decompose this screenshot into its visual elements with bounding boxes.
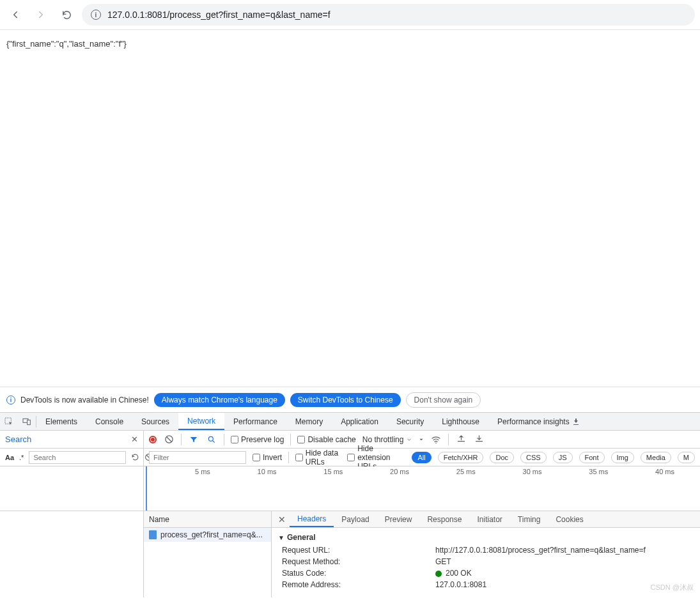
response-body-text: {"first_name":"q","last_name":"f"} [6,39,127,49]
network-body: Name process_get?first_name=q&... ✕ Head… [0,511,700,597]
type-css[interactable]: CSS [520,452,547,463]
type-more[interactable]: M [678,452,695,463]
caret-down-icon[interactable] [419,437,424,442]
svg-rect-2 [27,420,31,424]
match-case-toggle[interactable]: Aa [5,454,14,461]
devtools-tabs: Elements Console Sources Network Perform… [0,413,700,431]
chevron-down-icon [406,436,412,443]
type-all[interactable]: All [412,452,431,463]
always-match-language-button[interactable]: Always match Chrome's language [154,393,285,407]
general-headers-table: Request URL:http://127.0.0.1:8081/proces… [282,544,649,590]
banner-text: DevTools is now available in Chinese! [20,396,149,404]
clear-icon[interactable] [163,434,175,445]
url-text: 127.0.0.1:8081/process_get?first_name=q&… [107,10,331,20]
svg-point-5 [208,436,213,441]
svg-point-7 [436,442,437,443]
type-doc[interactable]: Doc [490,452,514,463]
type-img[interactable]: Img [611,452,634,463]
forward-button[interactable] [31,4,51,25]
status-code-label: Status Code: [282,567,435,579]
dtab-preview[interactable]: Preview [377,511,420,527]
request-details: ✕ Headers Payload Preview Response Initi… [272,511,700,597]
dtab-payload[interactable]: Payload [334,511,377,527]
filter-input[interactable] [149,451,246,464]
network-filter-strip: Aa .* Invert Hide data URLs Hide extensi… [0,449,700,466]
svg-line-4 [166,437,171,442]
inspect-element-icon[interactable] [0,413,18,430]
dtab-initiator[interactable]: Initiator [469,511,509,527]
switch-to-chinese-button[interactable]: Switch DevTools to Chinese [290,393,401,407]
tab-memory[interactable]: Memory [286,413,332,430]
type-media[interactable]: Media [641,452,671,463]
dtab-timing[interactable]: Timing [510,511,548,527]
status-dot-icon [435,571,442,577]
search-input[interactable] [29,451,126,464]
hide-data-urls-checkbox[interactable]: Hide data URLs [295,449,341,466]
dtab-headers[interactable]: Headers [290,511,334,527]
tab-network[interactable]: Network [178,413,224,430]
details-tabs: ✕ Headers Payload Preview Response Initi… [272,511,700,528]
search-drawer-tab[interactable]: Search ✕ [0,431,144,448]
regex-toggle[interactable]: .* [19,454,24,461]
tab-elements[interactable]: Elements [36,413,86,430]
site-info-icon[interactable]: i [91,10,101,20]
tab-lighthouse[interactable]: Lighthouse [433,413,488,430]
info-icon: i [6,396,15,404]
tab-application[interactable]: Application [332,413,387,430]
devtools-language-banner: i DevTools is now available in Chinese! … [0,387,700,413]
tab-performance-insights[interactable]: Performance insights [488,413,589,430]
network-timeline[interactable]: 5 ms 10 ms 15 ms 20 ms 25 ms 30 ms 35 ms… [0,466,700,511]
throttling-select[interactable]: No throttling [362,435,413,444]
reload-button[interactable] [56,4,77,25]
dtab-response[interactable]: Response [419,511,469,527]
watermark: CSDN @沐叔 [651,583,694,592]
tab-console[interactable]: Console [86,413,132,430]
type-font[interactable]: Font [579,452,605,463]
document-icon [149,530,157,539]
status-code-value: 200 OK [435,567,649,579]
record-icon[interactable] [149,436,157,443]
export-har-icon[interactable] [455,434,467,445]
triangle-down-icon: ▼ [278,534,284,541]
svg-line-6 [213,440,215,442]
request-url-label: Request URL: [282,544,435,556]
type-js[interactable]: JS [553,452,573,463]
dtab-cookies[interactable]: Cookies [548,511,591,527]
filter-icon[interactable] [188,434,199,445]
invert-checkbox[interactable]: Invert [253,453,282,462]
remote-address-label: Remote Address: [282,579,435,590]
address-bar[interactable]: i 127.0.0.1:8081/process_get?first_name=… [82,4,695,26]
device-toolbar-icon[interactable] [18,413,36,430]
page-content: {"first_name":"q","last_name":"f"} [0,29,700,387]
request-url-value: http://127.0.0.1:8081/process_get?first_… [435,544,649,556]
tab-sources[interactable]: Sources [132,413,178,430]
search-icon[interactable] [206,434,217,445]
back-button[interactable] [5,4,26,25]
tab-performance[interactable]: Performance [224,413,286,430]
disable-cache-checkbox[interactable]: Disable cache [297,435,355,444]
tab-security[interactable]: Security [387,413,433,430]
browser-toolbar: i 127.0.0.1:8081/process_get?first_name=… [0,0,700,29]
refresh-search-icon[interactable] [131,453,139,461]
request-method-value: GET [435,556,649,567]
request-method-label: Request Method: [282,556,435,567]
import-har-icon[interactable] [473,434,485,445]
general-section-toggle[interactable]: ▼ General [278,530,694,544]
request-list: Name process_get?first_name=q&... [144,511,272,597]
request-row[interactable]: process_get?first_name=q&... [144,528,271,542]
preserve-log-checkbox[interactable]: Preserve log [231,435,284,444]
network-conditions-icon[interactable] [430,434,442,445]
request-name: process_get?first_name=q&... [160,530,263,539]
close-details-icon[interactable]: ✕ [274,514,290,525]
dont-show-again-button[interactable]: Don't show again [406,392,481,408]
remote-address-value: 127.0.0.1:8081 [435,579,649,590]
close-search-icon[interactable]: ✕ [131,435,138,444]
type-fetch-xhr[interactable]: Fetch/XHR [438,452,484,463]
column-header-name[interactable]: Name [144,511,271,528]
